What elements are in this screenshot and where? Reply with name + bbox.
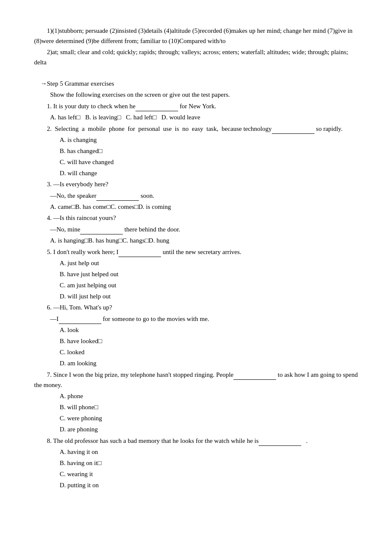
q8-optB: B. having on it□ [34,458,358,468]
q1-blank [135,101,178,111]
q5-optA: A. just help out [34,258,358,268]
q1-text: 1. It is your duty to check when he for … [34,101,358,111]
q6-optB: B. have looked□ [34,336,358,346]
q7-optC: C. were phoning [34,413,358,423]
q4-text-a: —No, mine there behind the door. [34,224,358,234]
q3-blank [96,190,139,201]
q8-text: 8. The old professor has such a bad memo… [34,435,358,446]
q5-text: 5. I don't really work here; I until the… [34,246,358,257]
q8-optC: C. wearing it [34,469,358,479]
q2-optB: B. has changed□ [34,146,358,156]
q2-optA: A. is changing [34,135,358,145]
q7-optB: B. will phone□ [34,402,358,412]
q4-blank [80,224,123,234]
q5-optD: D. will just help out [34,291,358,301]
section1-line1: 1)(1)stubborn; persuade (2)insisted (3)d… [34,26,358,46]
q7-optD: D. are phoning [34,424,358,434]
q2-text: 2. Selecting a mobile phone for personal… [34,123,358,134]
q7-blank [233,369,276,380]
q5-optB: B. have just helped out [34,269,358,279]
q4-text-q: 4. —Is this raincoat yours? [34,213,358,223]
step5-arrow: →Step 5 Grammar exercises [34,78,358,89]
q3-options: A. came□B. has come□C. comes□D. is comin… [34,202,358,212]
q6-blank [59,313,101,324]
q1-options: A. has left□ B. is leaving□ C. had left□… [34,112,358,122]
q2-optC: C. will have changed [34,157,358,167]
q3-text-a: —No, the speaker soon. [34,190,358,201]
page-content: 1)(1)stubborn; persuade (2)insisted (3)d… [34,26,358,490]
q7-optA: A. phone [34,391,358,401]
section1-line2: 2)at; small; clear and cold; quickly; ra… [34,47,358,67]
q6-text-q: 6. —Hi, Tom. What's up? [34,302,358,312]
q7-text: 7. Since I won the big prize, my telepho… [34,369,358,390]
q5-optC: C. am just helping out [34,280,358,290]
step5-instruction: Show the following exercises on the scre… [34,90,358,100]
q8-optD: D. putting it on [34,480,358,490]
q2-optD: D. will change [34,168,358,178]
q6-text-a: —I for someone to go to the movies with … [34,313,358,324]
q8-blank [259,435,301,446]
q2-blank [272,123,314,134]
q6-optC: C. looked [34,347,358,357]
q4-options: A. is hanging□B. has hung□C. hangs□D. hu… [34,235,358,246]
q6-optD: D. am looking [34,358,358,368]
q3-text-q: 3. —Is everybody here? [34,179,358,189]
q8-optA: A. having it on [34,447,358,457]
q5-blank [118,246,161,257]
q6-optA: A. look [34,325,358,335]
